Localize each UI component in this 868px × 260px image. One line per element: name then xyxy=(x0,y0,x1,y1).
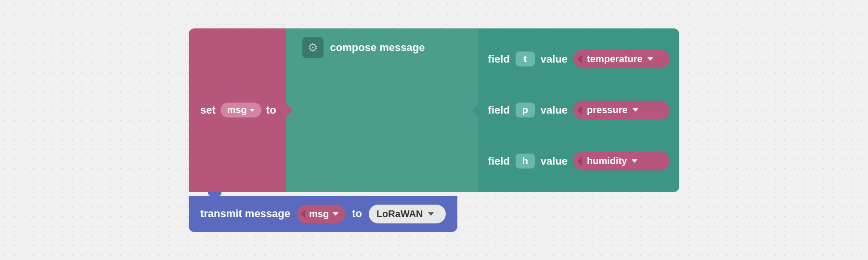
temperature-dropdown[interactable]: temperature xyxy=(573,50,670,68)
humidity-text: humidity xyxy=(587,156,627,167)
temperature-text: temperature xyxy=(587,53,643,65)
compose-label: compose message xyxy=(330,41,425,54)
lorawan-arrow-icon xyxy=(428,212,434,216)
fields-block: field t value temperature field p value xyxy=(479,28,680,192)
field-row-t: field t value temperature xyxy=(488,45,670,73)
to-label: to xyxy=(266,104,276,117)
pressure-text: pressure xyxy=(587,104,628,116)
field-key-p: p xyxy=(516,103,535,117)
field-label-1: field xyxy=(488,53,510,65)
transmit-msg-text: msg xyxy=(309,208,329,220)
field-row-h: field h value humidity xyxy=(488,147,670,175)
msg-var-text: msg xyxy=(227,104,247,116)
value-label-2: value xyxy=(541,104,568,117)
msg-var-badge[interactable]: msg xyxy=(220,103,261,117)
compose-header: ⚙ compose message xyxy=(302,37,425,58)
gear-icon-box: ⚙ xyxy=(302,37,324,58)
compose-block: ⚙ compose message xyxy=(286,28,479,192)
temperature-arrow-icon xyxy=(648,57,653,61)
transmit-block: transmit message msg to LoRaWAN xyxy=(189,196,457,232)
field-key-t: t xyxy=(516,52,535,66)
gear-icon: ⚙ xyxy=(308,41,318,54)
field-key-h: h xyxy=(516,154,535,169)
field-label-3: field xyxy=(488,155,510,168)
bottom-row: transmit message msg to LoRaWAN xyxy=(189,196,679,232)
field-row-p: field p value pressure xyxy=(488,96,670,124)
transmit-msg-arrow-icon xyxy=(333,212,338,216)
lorawan-text: LoRaWAN xyxy=(376,208,423,220)
blocks-canvas: set msg to ⚙ compose message xyxy=(189,28,679,232)
pressure-dropdown[interactable]: pressure xyxy=(573,101,670,119)
value-label-1: value xyxy=(541,53,568,65)
value-label-3: value xyxy=(541,155,568,168)
set-top-row: set msg to xyxy=(200,103,276,117)
humidity-arrow-icon xyxy=(632,159,637,163)
lorawan-dropdown[interactable]: LoRaWAN xyxy=(369,205,446,223)
transmit-to-label: to xyxy=(352,208,362,220)
set-block: set msg to xyxy=(189,28,286,192)
transmit-msg-dropdown[interactable]: msg xyxy=(297,205,345,223)
humidity-dropdown[interactable]: humidity xyxy=(573,152,670,170)
pressure-arrow-icon xyxy=(633,108,638,112)
msg-var-arrow-icon xyxy=(250,109,255,112)
top-row: set msg to ⚙ compose message xyxy=(189,28,679,192)
set-block-inner: set msg to xyxy=(200,103,276,117)
transmit-label: transmit message xyxy=(200,208,290,220)
set-label: set xyxy=(200,104,216,117)
field-label-2: field xyxy=(488,104,510,117)
